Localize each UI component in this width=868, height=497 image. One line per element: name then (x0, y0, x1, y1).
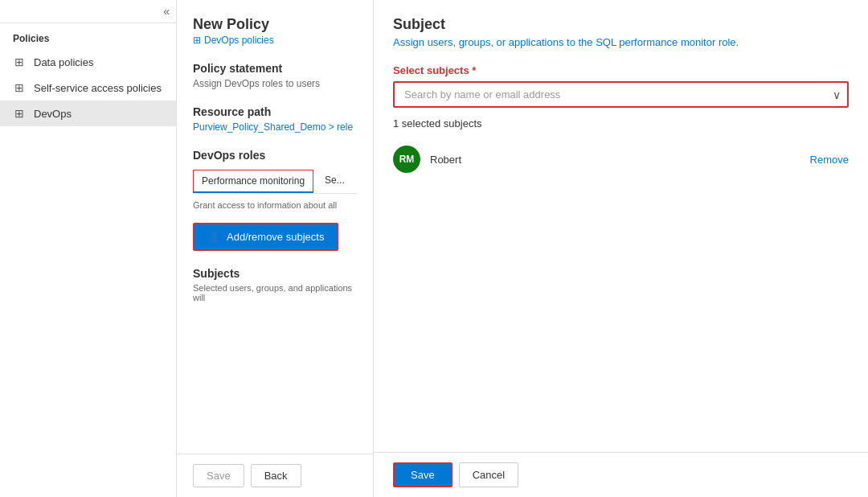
add-remove-icon: 👤 (207, 231, 220, 243)
roles-tabs: Performance monitoring Se... (193, 170, 357, 194)
search-box-wrapper: ∨ (393, 81, 849, 108)
subject-row: RM Robert Remove (393, 141, 849, 178)
subject-name: Robert (430, 154, 800, 166)
subject-save-button[interactable]: Save (393, 462, 452, 487)
select-subjects-label: Select subjects * (393, 64, 849, 76)
policy-title: New Policy (193, 16, 357, 33)
subject-panel: Subject Assign users, groups, or applica… (374, 0, 868, 497)
sidebar-item-self-service[interactable]: ⊞ Self-service access policies (0, 75, 176, 101)
subject-avatar: RM (393, 146, 420, 173)
breadcrumb-icon: ⊞ (193, 35, 201, 46)
remove-subject-button[interactable]: Remove (810, 154, 849, 166)
self-service-icon: ⊞ (13, 81, 26, 94)
subject-panel-footer: Save Cancel (374, 452, 868, 497)
dropdown-arrow-icon[interactable]: ∨ (833, 88, 841, 101)
sidebar-collapse: « (0, 0, 176, 23)
role-grant-text: Grant access to information about all (193, 200, 357, 210)
resource-path-title: Resource path (193, 105, 357, 118)
subjects-section-title: Subjects (193, 267, 357, 280)
sidebar-item-devops[interactable]: ⊞ DevOps (0, 101, 176, 126)
main-back-button[interactable]: Back (251, 464, 301, 487)
sidebar: « Policies ⊞ Data policies ⊞ Self-servic… (0, 0, 177, 497)
tab-second[interactable]: Se... (317, 170, 353, 193)
sidebar-section-title: Policies (0, 23, 176, 49)
selected-count: 1 selected subjects (393, 117, 849, 129)
search-input[interactable] (401, 83, 833, 106)
add-remove-label: Add/remove subjects (227, 231, 324, 243)
tab-performance-monitoring[interactable]: Performance monitoring (193, 170, 313, 193)
subjects-desc: Selected users, groups, and applications… (193, 283, 357, 302)
subject-panel-subtitle: Assign users, groups, or applications to… (393, 36, 849, 48)
main-save-button[interactable]: Save (193, 464, 244, 487)
main-panel: New Policy ⊞ DevOps policies Policy stat… (177, 0, 374, 497)
resource-path-value: Purview_Policy_Shared_Demo > rele (193, 121, 357, 133)
required-indicator: * (472, 64, 476, 76)
sidebar-item-self-service-label: Self-service access policies (34, 82, 162, 94)
devops-icon: ⊞ (13, 107, 26, 120)
policy-breadcrumb[interactable]: ⊞ DevOps policies (193, 35, 357, 46)
subject-initials: RM (399, 154, 415, 165)
sidebar-item-devops-label: DevOps (34, 108, 72, 120)
subject-cancel-button[interactable]: Cancel (459, 462, 518, 487)
main-panel-footer: Save Back (177, 454, 373, 497)
add-remove-subjects-button[interactable]: 👤 Add/remove subjects (193, 223, 338, 251)
sidebar-item-data-policies-label: Data policies (34, 56, 93, 68)
collapse-button[interactable]: « (163, 5, 170, 18)
policy-statement-title: Policy statement (193, 62, 357, 75)
data-policies-icon: ⊞ (13, 55, 26, 68)
devops-roles-title: DevOps roles (193, 149, 357, 162)
subject-panel-title: Subject (393, 16, 849, 33)
sidebar-item-data-policies[interactable]: ⊞ Data policies (0, 49, 176, 75)
breadcrumb-text: DevOps policies (204, 35, 274, 46)
policy-statement-desc: Assign DevOps roles to users (193, 78, 357, 89)
